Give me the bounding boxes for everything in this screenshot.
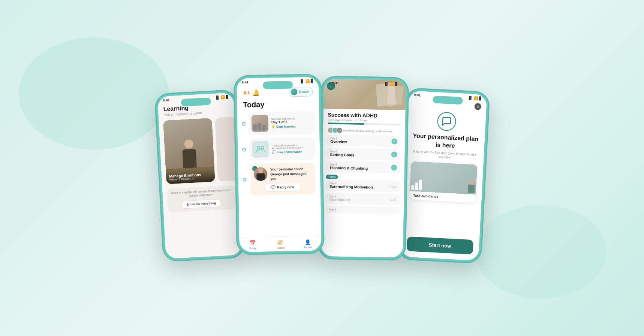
phone-1-notch (181, 97, 211, 106)
card-thumb-1 (251, 115, 268, 132)
day-right-4: › 01:22 (387, 184, 397, 188)
day-row-4[interactable]: Day 4 Externalising Motivation › 01:22 (325, 179, 400, 192)
bulb-icon: 💡 (271, 125, 275, 128)
day-info-5: Day 5 Roadblocks (329, 195, 350, 202)
time-3: 9:41 (332, 81, 338, 85)
chat-svg-icon (441, 116, 452, 127)
today-item-2: "What's your proudest accomplishment thi… (242, 137, 315, 161)
reply-icon: 💬 (271, 185, 276, 189)
nav-explore-label: Explore (276, 246, 285, 249)
bell-icon[interactable]: 🔔 (252, 89, 259, 96)
explore-nav-icon: 🧭 (277, 239, 283, 245)
time-4: 01:22 (390, 185, 397, 187)
today-item-coach: 1 (242, 163, 316, 195)
start-learning-link[interactable]: 💡 Start learning (271, 124, 312, 128)
join-conversation-link[interactable]: 💬 Join conversation (272, 149, 312, 154)
course-meta: 3 of 6 days complete ⏱ 16 days (328, 118, 401, 122)
stairs-person (467, 180, 475, 193)
screen-today: 9:41 ▐▌ 🛜 ▊ 🔥 2 🔔 (236, 77, 321, 252)
plan-chat-icon (436, 111, 456, 131)
course-info: Success with ADHD 3 of 6 days complete ⏱… (323, 109, 405, 127)
task-card[interactable]: Task Avoidance (409, 161, 477, 203)
wifi-icon: 🛜 (220, 95, 225, 99)
stairs-head (469, 180, 474, 185)
nav-profile-label: Profile (304, 246, 312, 248)
phone-3-screen: ‹ 9:41 ▐▌ 🛜 ▊ Success with (321, 79, 406, 258)
stair-3 (418, 179, 422, 190)
status-icons-2: ▐▌ 🛜 ▊ (300, 79, 313, 83)
day-label-1: Day 1 (330, 137, 347, 140)
card-info: Manage Emotions Weeks: 3 Modules: 3 (166, 169, 215, 184)
time-4-s: 9:41 (413, 93, 421, 97)
check-icon-2: ✓ (391, 151, 397, 157)
start-now-button[interactable]: Start now (406, 236, 473, 254)
screen-adhd: ‹ 9:41 ▐▌ 🛜 ▊ Success with (321, 79, 406, 258)
status-bar-3: 9:41 ▐▌ 🛜 ▊ (326, 79, 403, 87)
wifi-icon-4: 🛜 (473, 96, 478, 100)
nav-today-label: Today (249, 247, 256, 249)
card-title-1: Day 1 of 3 (271, 119, 312, 124)
wifi-icon-3: 🛜 (389, 82, 394, 86)
fire-count: 2 (247, 91, 249, 94)
day-row-1[interactable]: Day 1 Overview ✓ (326, 134, 401, 147)
program-card-list: Manage Emotions Weeks: 3 Modules: 3 (158, 114, 238, 186)
coach-msg-text: Your personal coach George just messaged… (270, 166, 311, 181)
nav-today[interactable]: 📅 Today (249, 239, 256, 249)
coach-button[interactable]: Coach (289, 87, 313, 97)
timeline-dot-1 (241, 122, 245, 125)
coach-label: Coach (299, 90, 309, 93)
nav-explore[interactable]: 🧭 Explore (276, 239, 285, 249)
person-figure (179, 139, 199, 169)
library-prompt: Want to explore our content library outs… (170, 188, 232, 199)
coach-avatar-wrapper: 1 (253, 167, 267, 181)
today-badge: Today (326, 175, 338, 179)
nav-profile[interactable]: 👤 Profile (304, 238, 312, 248)
member-avatars: +25 (327, 127, 341, 133)
day-name-2: Setting Goals (330, 152, 354, 157)
time-1: 9:41 (163, 98, 170, 102)
coach-msg-wrapper: 1 (249, 163, 316, 195)
members-row: +25 members are also working on this mod… (323, 125, 405, 136)
phone-4-notch (432, 96, 463, 105)
status-icons-4: ▐▌ 🛜 ▊ (467, 96, 481, 100)
signal-icon-2: ▐▌ (300, 79, 304, 83)
show-me-button[interactable]: Show me everything (181, 199, 221, 208)
phone-2-notch (262, 81, 292, 89)
day-info-6: Day 6 (329, 208, 336, 211)
day-row-2[interactable]: Day 2 Setting Goals ✓ (326, 148, 401, 160)
card-sub-2: "What's your proudest accomplishment thi… (271, 143, 312, 149)
battery-icon: ▊ (226, 95, 229, 99)
today-header-icons: 🔥 2 🔔 (243, 89, 259, 96)
card-thumb-2 (252, 140, 269, 158)
reply-label: Reply now (277, 185, 294, 189)
plan-heading: Your personalized plan is here (412, 132, 478, 151)
check-icon-1: ✓ (391, 138, 397, 144)
phone-3: ‹ 9:41 ▐▌ 🛜 ▊ Success with (318, 75, 409, 260)
person-on-stairs (422, 178, 475, 193)
thumb-art (251, 115, 268, 132)
day-row-3[interactable]: Day 3 Planning & Chunking ✓ (326, 161, 400, 173)
close-button[interactable]: ✕ (474, 103, 481, 110)
day-label-6: Day 6 (329, 208, 336, 211)
clock-icon: ⏱ (355, 119, 357, 121)
background-shape-2 (475, 205, 607, 299)
signal-icon-3: ▐▌ (384, 82, 389, 85)
chevron-right-icon: › (387, 184, 389, 188)
day-row-6: Day 6 (325, 206, 400, 214)
phone-1: 9:41 ▐▌ 🛜 ▊ Learning Pick your guided pr… (154, 89, 245, 262)
wifi-icon-2: 🛜 (305, 79, 309, 83)
today-card-2[interactable]: "What's your proudest accomplishment thi… (249, 137, 315, 161)
join-label: Join conversation (277, 150, 303, 154)
background-shape-1 (19, 37, 169, 150)
reply-now-button[interactable]: 💬 Reply now (265, 183, 300, 191)
coach-head (258, 168, 263, 173)
today-card-1[interactable]: Success with ADHD Day 1 of 3 💡 Start lea… (248, 111, 315, 135)
plan-content: Your personalized plan is here It starts… (400, 108, 486, 260)
plan-subtitle: It starts with the first step: going thr… (411, 149, 478, 161)
today-item-1: Success with ADHD Day 1 of 3 💡 Start lea… (241, 111, 315, 135)
timeline-dot-2 (242, 148, 246, 151)
card-info-1: Success with ADHD Day 1 of 3 💡 Start lea… (271, 117, 312, 128)
day-name-1: Overview (330, 139, 347, 144)
time-2: 9:41 (241, 80, 248, 84)
program-card-1[interactable]: Manage Emotions Weeks: 3 Modules: 3 (163, 118, 215, 184)
